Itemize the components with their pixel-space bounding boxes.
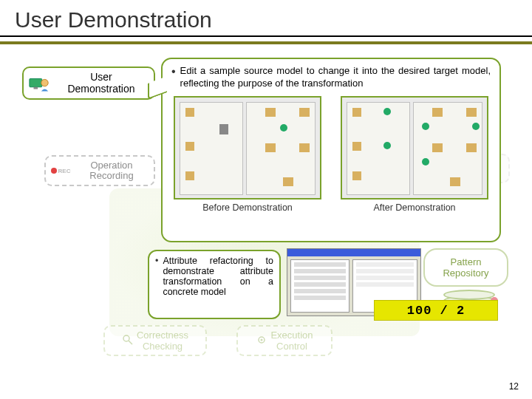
before-caption: Before Demonstration <box>202 202 293 213</box>
page-title: User Demonstration <box>0 0 532 35</box>
callout-text: Edit a sample source model to change it … <box>180 65 491 90</box>
slide-root: User Demonstration User Demonstration RE… <box>0 0 532 399</box>
thumbnail-row: Before Demonstration <box>171 96 491 213</box>
svg-point-6 <box>261 338 263 341</box>
svg-line-4 <box>129 341 132 344</box>
titlebar <box>287 249 420 256</box>
svg-point-2 <box>41 79 48 86</box>
svg-rect-1 <box>34 86 38 89</box>
callout2-text: Attribute refactoring to demonstrate att… <box>163 256 273 297</box>
before-thumbnail <box>174 96 321 200</box>
user-monitor-icon <box>28 73 49 94</box>
title-underline <box>0 35 532 37</box>
execution-control-box: Execution Control <box>236 325 332 356</box>
properties-left-pane <box>290 259 349 313</box>
title-accent-bar <box>0 41 532 44</box>
before-column: Before Demonstration <box>174 96 321 213</box>
operation-recording-label: Operation Recording <box>74 160 149 182</box>
user-demonstration-box: User Demonstration <box>22 66 155 100</box>
magnifier-icon <box>122 334 134 348</box>
correctness-checking-box: Correctness Checking <box>103 325 207 356</box>
pattern-repository-box: Pattern Repository <box>423 248 508 287</box>
pattern-repository-label: Pattern Repository <box>443 256 488 279</box>
secondary-callout: Attribute refactoring to demonstrate att… <box>148 250 281 319</box>
execution-label: Execution Control <box>270 330 313 352</box>
correctness-label: Correctness Checking <box>137 330 188 352</box>
rec-icon: REC <box>50 163 71 178</box>
ratio-value: 100 / 2 <box>407 304 465 318</box>
svg-rect-0 <box>30 78 42 86</box>
callout-bullet: Edit a sample source model to change it … <box>171 65 491 90</box>
gear-icon <box>256 334 267 348</box>
after-caption: After Demonstration <box>373 202 455 213</box>
after-column: After Demonstration <box>341 96 488 213</box>
page-number: 12 <box>509 381 519 392</box>
user-demonstration-label: User Demonstration <box>53 72 149 95</box>
main-callout: Edit a sample source model to change it … <box>161 58 501 242</box>
operation-recording-box: REC Operation Recording <box>44 155 155 186</box>
ratio-highlight: 100 / 2 <box>374 300 498 321</box>
svg-point-3 <box>123 335 129 341</box>
after-thumbnail <box>341 96 488 200</box>
callout2-bullet: Attribute refactoring to demonstrate att… <box>155 256 273 297</box>
